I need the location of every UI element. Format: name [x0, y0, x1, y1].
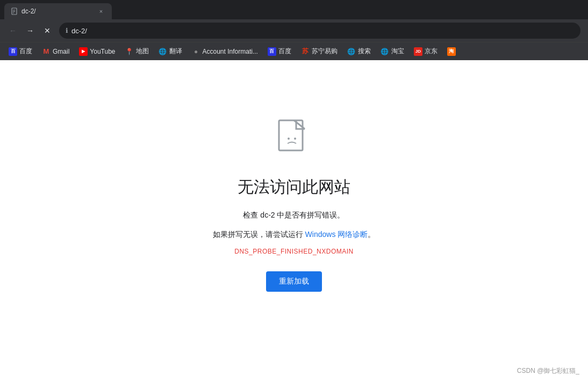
forward-button[interactable]: → [23, 23, 38, 38]
bookmark-favicon-search: 🌐 [347, 47, 356, 56]
browser-chrome: dc-2/ × ← → ✕ ℹ dc-2/ 百百度MGmail▶YouTube📍… [0, 0, 588, 60]
tab-title: dc-2/ [21, 8, 94, 15]
active-tab[interactable]: dc-2/ × [4, 3, 112, 19]
bookmark-label-suning: 苏宁易购 [312, 47, 338, 56]
svg-point-6 [288, 138, 290, 140]
bookmark-gmail[interactable]: MGmail [38, 45, 74, 58]
bookmark-taobao[interactable]: 🌐淘宝 [376, 45, 408, 58]
bookmark-jd[interactable]: JD京东 [410, 45, 442, 58]
bookmark-label-translate: 翻译 [169, 47, 182, 56]
bookmark-favicon-gmail: M [42, 47, 51, 56]
bookmark-favicon-taobao: 🌐 [381, 47, 389, 56]
back-button[interactable]: ← [5, 23, 20, 38]
error-code: DNS_PROBE_FINISHED_NXDOMAIN [234, 248, 354, 255]
bookmarks-bar: 百百度MGmail▶YouTube📍地图🌐翻译●Account Informat… [0, 42, 588, 60]
bookmark-label-baidu: 百度 [19, 47, 32, 56]
error-title: 无法访问此网站 [238, 176, 350, 198]
nav-bar: ← → ✕ ℹ dc-2/ [0, 19, 588, 42]
bookmark-label-gmail: Gmail [53, 48, 69, 55]
reload-stop-button[interactable]: ✕ [40, 23, 55, 38]
bookmark-suning[interactable]: 苏苏宁易购 [297, 45, 342, 58]
security-icon: ℹ [66, 27, 68, 34]
bookmark-search[interactable]: 🌐搜索 [343, 45, 375, 58]
bookmark-favicon-baidu: 百 [9, 47, 17, 56]
tab-close-button[interactable]: × [97, 7, 105, 16]
error-message-1: 检查 dc-2 中是否有拼写错误。 [243, 209, 345, 221]
bookmark-label-search: 搜索 [358, 47, 371, 56]
bookmark-label-jd: 京东 [425, 47, 438, 56]
bookmark-favicon-taobao2: 淘 [447, 47, 456, 56]
bookmark-baidu2[interactable]: 百百度 [263, 45, 296, 58]
bookmark-youtube[interactable]: ▶YouTube [75, 45, 119, 58]
error-message-2-suffix: 。 [368, 230, 375, 239]
address-text: dc-2/ [71, 27, 574, 35]
bookmark-maps[interactable]: 📍地图 [121, 45, 153, 58]
bookmark-label-youtube: YouTube [90, 48, 115, 55]
reload-button[interactable]: 重新加载 [266, 271, 322, 292]
bookmark-translate[interactable]: 🌐翻译 [154, 45, 187, 58]
bookmark-favicon-account: ● [192, 47, 200, 56]
bookmark-favicon-youtube: ▶ [79, 47, 88, 56]
tab-favicon [11, 8, 18, 15]
bookmark-favicon-translate: 🌐 [159, 47, 167, 56]
bookmark-taobao2[interactable]: 淘 [443, 45, 460, 58]
error-message-2: 如果拼写无误，请尝试运行 Windows 网络诊断。 [213, 228, 376, 240]
bookmark-favicon-maps: 📍 [125, 47, 134, 56]
bookmark-label-account: Account Informati... [203, 48, 258, 55]
bookmark-favicon-jd: JD [414, 47, 422, 56]
page-content: 无法访问此网站 检查 dc-2 中是否有拼写错误。 如果拼写无误，请尝试运行 W… [0, 60, 588, 382]
network-diagnostics-link[interactable]: Windows 网络诊断 [305, 230, 368, 239]
bookmark-label-baidu2: 百度 [278, 47, 291, 56]
bookmark-label-taobao: 淘宝 [391, 47, 404, 56]
error-message-2-prefix: 如果拼写无误，请尝试运行 [213, 230, 305, 239]
bookmark-baidu[interactable]: 百百度 [4, 45, 37, 58]
tab-bar: dc-2/ × [0, 0, 588, 19]
bookmark-label-maps: 地图 [136, 47, 149, 56]
error-icon [275, 118, 313, 161]
watermark: CSDN @御七彩虹猫_ [517, 366, 579, 376]
bookmark-favicon-suning: 苏 [301, 47, 310, 56]
bookmark-favicon-baidu2: 百 [268, 47, 276, 56]
address-bar[interactable]: ℹ dc-2/ [59, 23, 580, 39]
svg-point-7 [294, 138, 296, 140]
bookmark-account[interactable]: ●Account Informati... [188, 45, 262, 58]
